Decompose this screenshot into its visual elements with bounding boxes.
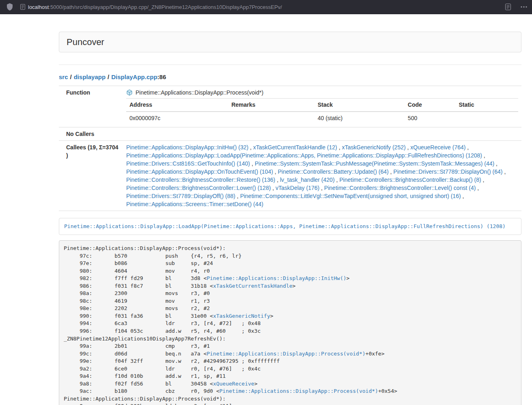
no-callers-row: No Callers <box>59 127 521 141</box>
url-bar[interactable]: localhost:5000/path/src/displayapp/Displ… <box>20 4 505 10</box>
breadcrumb: src/displayapp/DisplayApp.cpp:86 <box>59 73 521 80</box>
column-header-address: Address <box>126 99 228 112</box>
function-table: Function Pinetime::Applications::Display… <box>59 86 521 211</box>
no-callers-label: No Callers <box>59 127 123 141</box>
browser-bar: localhost:5000/path/src/displayapp/Displ… <box>0 0 532 14</box>
callee-link[interactable]: lv_task_handler (420) <box>280 177 335 183</box>
page-title: Puncover <box>67 37 104 47</box>
function-name: Pinetime::Applications::DisplayApp::Proc… <box>136 88 263 97</box>
breadcrumb-line-number: :86 <box>157 73 166 80</box>
breadcrumb-separator: / <box>108 73 109 80</box>
disassembly-symbol-link[interactable]: Pinetime::Applications::DisplayApp::Proc… <box>220 388 378 394</box>
callee-link[interactable]: Pinetime::System::SystemTask::PushMessag… <box>255 160 495 167</box>
disassembly-symbol-link[interactable]: xQueueReceive <box>213 381 254 387</box>
callee-link[interactable]: Pinetime::Controllers::BrightnessControl… <box>339 177 481 183</box>
disassembly-symbol-link[interactable]: xTaskGenericNotify <box>213 313 270 319</box>
divider <box>59 65 521 65</box>
callee-link[interactable]: vTaskDelay (176) <box>276 185 319 191</box>
cell-address: 0x0000097c <box>126 112 228 125</box>
page-title-box: Puncover <box>59 32 521 52</box>
callee-link[interactable]: Pinetime::Controllers::Battery::Update()… <box>278 168 389 175</box>
details-header-row: Address Remarks Stack Code Static <box>126 99 518 112</box>
function-details-table: Address Remarks Stack Code Static 0x0000… <box>126 98 518 125</box>
disassembly-pre: Pinetime::Applications::DisplayApp::Proc… <box>59 240 521 405</box>
column-header-static: Static <box>455 99 518 112</box>
cell-remarks <box>228 112 314 125</box>
callee-link[interactable]: xTaskGenericNotify (252) <box>342 144 405 151</box>
callee-link[interactable]: xTaskGetCurrentTaskHandle (12) <box>253 144 337 151</box>
callee-link[interactable]: Pinetime::Drivers::St7789::DisplayOn() (… <box>393 168 502 175</box>
column-header-code: Code <box>405 99 456 112</box>
breadcrumb-link-displayapp[interactable]: displayapp <box>74 73 106 80</box>
column-header-remarks: Remarks <box>228 99 314 112</box>
cell-static <box>455 112 518 125</box>
breadcrumb-link-file[interactable]: DisplayApp.cpp <box>111 73 157 80</box>
callees-list: Pinetime::Applications::DisplayApp::Init… <box>126 143 518 208</box>
disassembly-symbol-link[interactable]: Pinetime::Applications::DisplayApp::Proc… <box>207 351 365 357</box>
method-icon <box>126 89 133 96</box>
page-content: Puncover src/displayapp/DisplayApp.cpp:8… <box>59 14 521 405</box>
callee-link[interactable]: Pinetime::Components::LittleVgl::SetNewT… <box>240 193 461 199</box>
callee-link[interactable]: Pinetime::Applications::Screens::Timer::… <box>126 201 263 207</box>
cell-code: 500 <box>405 112 456 125</box>
breadcrumb-separator: / <box>70 73 72 80</box>
symbol-highlight-box: Pinetime::Applications::DisplayApp::Load… <box>59 218 521 235</box>
callee-link[interactable]: xQueueReceive (764) <box>410 144 465 151</box>
page-icon <box>20 4 25 10</box>
overflow-menu-icon[interactable] <box>521 6 527 8</box>
details-data-row: 0x0000097c 40 (static) 500 <box>126 112 518 125</box>
disassembly-symbol-link[interactable]: Pinetime::Applications::DisplayApp::Init… <box>207 275 346 281</box>
callee-link[interactable]: Pinetime::Controllers::BrightnessControl… <box>324 185 476 191</box>
callee-link[interactable]: Pinetime::Applications::DisplayApp::OnTo… <box>126 168 273 175</box>
reader-mode-icon[interactable] <box>505 4 511 10</box>
function-signature: Pinetime::Applications::DisplayApp::Proc… <box>126 88 518 97</box>
cell-stack: 40 (static) <box>314 112 405 125</box>
callee-link[interactable]: Pinetime::Controllers::BrightnessControl… <box>126 177 275 183</box>
callee-link[interactable]: Pinetime::Drivers::Cst816S::GetTouchInfo… <box>126 160 250 167</box>
callee-link[interactable]: Pinetime::Drivers::St7789::DisplayOff() … <box>126 193 235 199</box>
url-path: :5000/path/src/displayapp/DisplayApp.cpp… <box>49 4 282 10</box>
function-row: Function Pinetime::Applications::Display… <box>59 86 521 127</box>
disassembly-symbol-link[interactable]: xTaskGetCurrentTaskHandle <box>213 283 293 289</box>
url-host: localhost <box>28 4 49 10</box>
breadcrumb-link-src[interactable]: src <box>59 73 68 80</box>
callee-link[interactable]: Pinetime::Applications::DisplayApp::Init… <box>126 144 248 151</box>
callee-link[interactable]: Pinetime::Controllers::BrightnessControl… <box>126 185 271 191</box>
callees-row: Callees (19, Σ=3704 ) Pinetime::Applicat… <box>59 141 521 211</box>
column-header-stack: Stack <box>314 99 405 112</box>
callee-link[interactable]: Pinetime::Applications::DisplayApp::Load… <box>126 152 482 159</box>
callees-label: Callees (19, Σ=3704 ) <box>59 141 123 211</box>
shield-icon[interactable] <box>6 3 13 11</box>
function-row-label: Function <box>59 86 123 127</box>
highlight-symbol-link[interactable]: Pinetime::Applications::DisplayApp::Load… <box>64 223 506 229</box>
